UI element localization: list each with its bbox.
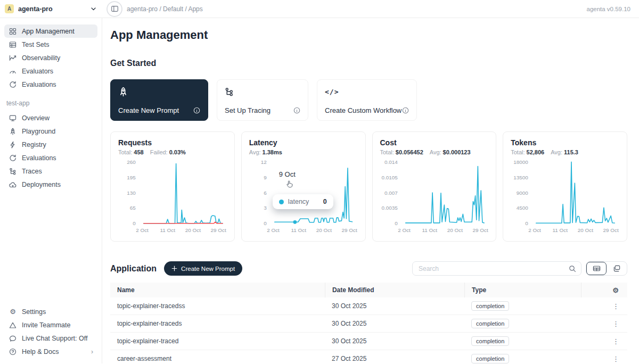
- sidebar-item-label: Observability: [22, 54, 60, 62]
- chevron-right-icon: ›: [91, 348, 93, 355]
- row-actions[interactable]: ⋮: [581, 320, 627, 328]
- column-header-date-modified[interactable]: Date Modified: [325, 283, 464, 297]
- create-new-prompt-card[interactable]: Create New Prompt: [110, 79, 208, 121]
- svg-text:0: 0: [526, 220, 529, 226]
- search-icon[interactable]: [569, 265, 576, 272]
- app-date: 30 Oct 2025: [325, 302, 464, 310]
- svg-text:12: 12: [261, 159, 267, 165]
- view-toggle: [586, 261, 627, 276]
- table-row[interactable]: topic-explainer-traceds 30 Oct 2025 comp…: [110, 315, 627, 333]
- rocket-icon: [9, 127, 17, 136]
- code-icon: </>: [325, 86, 409, 97]
- row-actions[interactable]: ⋮: [581, 355, 627, 363]
- create-custom-workflow-card[interactable]: </> Create Custom Workflow: [317, 79, 417, 121]
- workspace-switcher[interactable]: A agenta-pro: [0, 4, 102, 13]
- table-header: Name Date Modified Type ⚙: [110, 283, 627, 297]
- chart-line-icon: [9, 54, 17, 62]
- table-row[interactable]: topic-explainer-traced 30 Oct 2025 compl…: [110, 333, 627, 350]
- app-name[interactable]: topic-explainer-traceds: [110, 320, 325, 327]
- card-label: Set Up Tracing: [225, 106, 271, 114]
- sidebar-item-test-sets[interactable]: Test Sets: [4, 38, 97, 51]
- svg-text:195: 195: [127, 175, 136, 180]
- set-up-tracing-card[interactable]: Set Up Tracing: [217, 79, 308, 121]
- card-label: Create New Prompt: [118, 106, 179, 114]
- sidebar-item-help-docs[interactable]: Help & Docs ›: [4, 345, 97, 358]
- sidebar-toggle-button[interactable]: [109, 3, 120, 15]
- stat-avg: Avg:1.38ms: [249, 149, 282, 155]
- requests-line-chart[interactable]: 2601951306502 Oct11 Oct20 Oct29 Oct: [118, 156, 227, 234]
- sidebar-item-traces[interactable]: Traces: [4, 164, 97, 178]
- info-icon[interactable]: [402, 107, 409, 114]
- column-header-name[interactable]: Name: [110, 286, 325, 294]
- sidebar-item-live-chat-support[interactable]: Live Chat Support: Off: [4, 332, 97, 345]
- topbar: A agenta-pro agenta-pro / Default / Apps…: [0, 0, 639, 18]
- sidebar-item-label: Help & Docs: [22, 348, 59, 355]
- row-actions[interactable]: ⋮: [581, 337, 627, 345]
- sidebar-item-playground[interactable]: Playground: [4, 125, 97, 138]
- grid-icon: [9, 27, 17, 36]
- svg-text:0.0105: 0.0105: [381, 175, 398, 180]
- info-icon[interactable]: [193, 107, 200, 114]
- lightning-icon: [9, 140, 17, 149]
- svg-text:2 Oct: 2 Oct: [398, 227, 411, 233]
- app-date: 27 Oct 2025: [325, 355, 464, 362]
- rocket-icon: [118, 86, 200, 97]
- svg-text:29 Oct: 29 Oct: [472, 227, 488, 233]
- sidebar-group-label-test-app: test-app: [6, 100, 97, 107]
- sidebar-item-invite-teammate[interactable]: Invite Teammate: [4, 318, 97, 332]
- sidebar-item-label: Test Sets: [22, 41, 49, 48]
- breadcrumb[interactable]: agenta-pro / Default / Apps: [127, 5, 203, 13]
- tokens-line-chart[interactable]: 18000135009000450002 Oct11 Oct20 Oct29 O…: [511, 156, 619, 234]
- ellipsis-icon: ⋮: [611, 337, 620, 345]
- app-name[interactable]: topic-explainer-traced: [110, 337, 325, 345]
- sidebar-item-evaluators[interactable]: Evaluators: [4, 64, 97, 78]
- svg-text:29 Oct: 29 Oct: [211, 227, 226, 233]
- card-view-button[interactable]: [607, 262, 627, 275]
- svg-text:0.0035: 0.0035: [381, 205, 398, 211]
- main-content: App Management Get Started Create New Pr…: [102, 18, 639, 363]
- sidebar-item-overview[interactable]: Overview: [4, 111, 97, 125]
- chart-title: Tokens: [511, 138, 619, 147]
- sidebar-item-settings[interactable]: ⚙ Settings: [4, 305, 97, 318]
- app-name[interactable]: career-assessment: [110, 355, 325, 362]
- svg-text:20 Oct: 20 Oct: [578, 227, 593, 233]
- table-row[interactable]: career-assessment 27 Oct 2025 completion…: [110, 350, 627, 363]
- table-view-button[interactable]: [586, 262, 607, 275]
- search-input[interactable]: [417, 264, 569, 273]
- sidebar-item-observability[interactable]: Observability: [4, 51, 97, 64]
- sidebar-item-label: Traces: [22, 168, 42, 175]
- cost-line-chart[interactable]: 0.0140.01050.0070.003502 Oct11 Oct20 Oct…: [380, 156, 489, 234]
- column-settings[interactable]: ⚙: [581, 283, 627, 297]
- svg-text:9: 9: [264, 175, 267, 180]
- search-box: [412, 261, 581, 276]
- sidebar-item-deployments[interactable]: Deployments: [4, 178, 97, 191]
- help-icon: [9, 348, 17, 356]
- chevron-down-icon: [91, 6, 96, 12]
- app-name[interactable]: topic-explainer-tracedss: [110, 302, 325, 310]
- gear-icon: ⚙: [9, 308, 17, 316]
- table-row[interactable]: topic-explainer-tracedss 30 Oct 2025 com…: [110, 297, 627, 315]
- svg-text:2 Oct: 2 Oct: [136, 227, 149, 233]
- circular-arrow-icon: [9, 80, 17, 89]
- workspace-name: agenta-pro: [18, 5, 91, 13]
- info-icon[interactable]: [293, 107, 300, 114]
- application-title: Application: [110, 264, 157, 274]
- type-badge: completion: [471, 301, 509, 311]
- column-header-type[interactable]: Type: [464, 283, 580, 297]
- page-title: App Management: [110, 28, 627, 42]
- sidebar-item-evaluations-app[interactable]: Evaluations: [4, 151, 97, 164]
- svg-text:0: 0: [264, 220, 267, 226]
- svg-text:20 Oct: 20 Oct: [316, 227, 332, 233]
- tree-icon: [225, 86, 300, 97]
- ellipsis-icon: ⋮: [611, 320, 620, 328]
- svg-text:130: 130: [127, 190, 136, 196]
- gear-icon: ⚙: [612, 287, 619, 294]
- sidebar-item-registry[interactable]: Registry: [4, 138, 97, 151]
- create-new-prompt-button[interactable]: Create New Prompt: [164, 261, 242, 276]
- sidebar-item-app-management[interactable]: App Management: [4, 24, 97, 38]
- row-actions[interactable]: ⋮: [581, 302, 627, 310]
- svg-text:6: 6: [264, 190, 267, 196]
- chart-title: Latency: [249, 138, 358, 147]
- app-date: 30 Oct 2025: [325, 337, 464, 345]
- sidebar-item-evaluations[interactable]: Evaluations: [4, 78, 97, 91]
